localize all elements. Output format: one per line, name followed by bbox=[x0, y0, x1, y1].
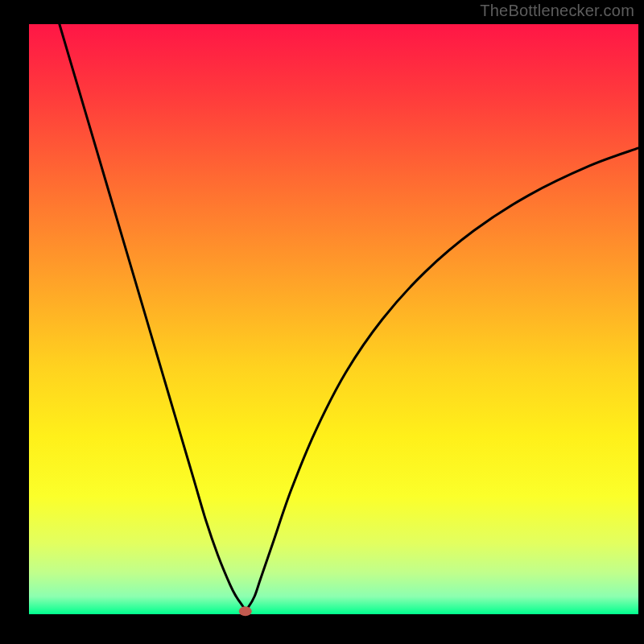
minimum-marker bbox=[239, 606, 252, 616]
chart-canvas bbox=[0, 0, 644, 644]
attribution-label: TheBottlenecker.com bbox=[480, 2, 634, 20]
plot-background bbox=[29, 24, 638, 614]
bottleneck-chart: TheBottlenecker.com bbox=[0, 0, 644, 644]
